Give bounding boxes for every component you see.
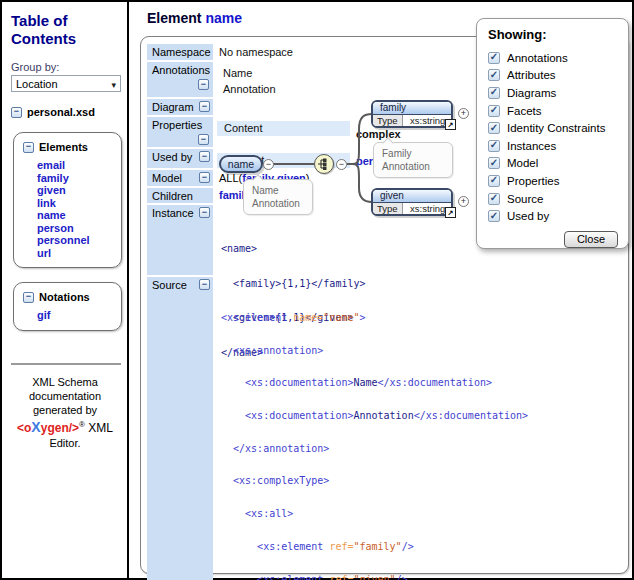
group-by-selected-value: Location (16, 78, 58, 90)
source-code-line: <xs:element ref="family"/> (221, 542, 528, 553)
toc-link-link[interactable]: link (37, 197, 117, 210)
showing-panel: Showing: Annotations Attributes Diagrams… (476, 18, 629, 249)
navigate-icon-given[interactable] (445, 207, 456, 218)
expand-icon-family[interactable] (458, 108, 469, 119)
page-title-element-name: name (205, 10, 242, 26)
checkbox-used-by[interactable]: Used by (488, 207, 619, 225)
toc-link-given[interactable]: given (37, 184, 117, 197)
type-key-label: Type (373, 203, 403, 215)
generator-credit: XML Schema documentation generated by <o… (11, 375, 119, 450)
collapse-toggle-model[interactable] (199, 172, 210, 183)
credit-line1: XML Schema (11, 375, 119, 389)
name-annotation-callout: Name Annotation (243, 179, 313, 215)
toc-link-gif[interactable]: gif (37, 309, 117, 322)
source-code-block: <xs:element name="name"> <xs:annotation>… (213, 277, 528, 580)
element-box-given-name: given (373, 190, 451, 203)
annotation-value-1: Name (223, 65, 276, 81)
collapse-toggle-annotations[interactable] (198, 79, 209, 90)
used-by-label-cell: Used by (147, 149, 213, 168)
notations-box: Notations gif (13, 282, 122, 331)
model-label: Model (152, 172, 182, 184)
collapse-toggle-elements[interactable] (23, 142, 34, 153)
used-by-label: Used by (152, 151, 192, 163)
row-source: Source <xs:element name="name"> <xs:anno… (147, 277, 622, 580)
instance-label: Instance (152, 207, 194, 219)
chevron-down-icon (111, 78, 116, 90)
element-box-family-type-row: Type xs:string (373, 115, 451, 127)
element-pill-name[interactable]: name (219, 155, 263, 173)
collapse-toggle-used-by[interactable] (199, 151, 210, 162)
oxygen-logo: <oXygen/>® XML (11, 417, 119, 436)
source-code-line: <xs:all> (221, 509, 528, 520)
page-title-prefix: Element (147, 10, 201, 26)
collapse-toggle-notations[interactable] (23, 292, 34, 303)
toc-link-person[interactable]: person (37, 222, 117, 235)
showing-checkbox-list: Annotations Attributes Diagrams Facets I… (488, 49, 619, 225)
collapse-toggle-diagram[interactable] (199, 101, 210, 112)
checked-checkbox-icon[interactable] (488, 105, 500, 117)
checkbox-identity-constraints[interactable]: Identity Constraints (488, 119, 619, 137)
checked-checkbox-icon[interactable] (488, 87, 500, 99)
sidebar-divider (11, 363, 121, 365)
checked-checkbox-icon[interactable] (488, 157, 500, 169)
checked-checkbox-icon[interactable] (488, 52, 500, 64)
elements-link-list: email family given link name person pers… (37, 159, 117, 259)
instance-code-line: <name> (221, 243, 366, 255)
toc-link-email[interactable]: email (37, 159, 117, 172)
checkbox-source[interactable]: Source (488, 190, 619, 208)
source-code-line: <xs:complexType> (221, 476, 528, 487)
elements-header-label: Elements (39, 141, 88, 153)
toc-link-family[interactable]: family (37, 172, 117, 185)
expand-icon-given[interactable] (458, 196, 469, 207)
annotations-label: Annotations (152, 64, 210, 76)
collapse-toggle-instance[interactable] (199, 207, 210, 218)
collapse-icon-all-group[interactable] (336, 159, 347, 170)
element-box-family[interactable]: family Type xs:string (371, 100, 453, 128)
checkbox-model[interactable]: Model (488, 155, 619, 173)
checked-checkbox-icon[interactable] (488, 122, 500, 134)
collapse-toggle-personal-xsd[interactable] (11, 107, 22, 118)
credit-last-line: Editor. (11, 436, 119, 450)
source-code-line: </xs:annotation> (221, 444, 528, 455)
toc-title: Table of Contents (11, 12, 127, 48)
checked-checkbox-icon[interactable] (488, 69, 500, 81)
collapse-toggle-properties[interactable] (198, 134, 209, 145)
source-code-line: <xs:annotation> (221, 346, 528, 357)
navigate-icon-family[interactable] (445, 119, 456, 130)
toc-link-name[interactable]: name (37, 209, 117, 222)
checkbox-diagrams[interactable]: Diagrams (488, 84, 619, 102)
family-annotation-callout: Family Annotation (373, 142, 453, 178)
toc-link-personnel[interactable]: personnel (37, 234, 117, 247)
toc-title-line1: Table of (11, 12, 127, 30)
family-type-value: xs:string (403, 115, 445, 127)
checkbox-facets[interactable]: Facets (488, 102, 619, 120)
notations-header-label: Notations (39, 291, 90, 303)
element-box-given-type-row: Type xs:string (373, 203, 451, 215)
properties-label: Properties (152, 119, 210, 131)
type-key-label: Type (373, 115, 403, 127)
schema-tree-root: personal.xsd (11, 106, 127, 118)
checkbox-instances[interactable]: Instances (488, 137, 619, 155)
checked-checkbox-icon[interactable] (488, 140, 500, 152)
close-button[interactable]: Close (564, 231, 618, 248)
source-code-line: <xs:documentation>Name</xs:documentation… (221, 378, 528, 389)
checkbox-properties[interactable]: Properties (488, 172, 619, 190)
checkbox-annotations[interactable]: Annotations (488, 49, 619, 67)
schema-documentation-page: Table of Contents Group by: Location per… (0, 0, 634, 580)
checkbox-attributes[interactable]: Attributes (488, 67, 619, 85)
collapse-toggle-source[interactable] (199, 279, 210, 290)
element-box-given[interactable]: given Type xs:string (371, 188, 453, 216)
diagram-label-cell: Diagram (147, 99, 213, 115)
collapse-icon-name[interactable] (263, 159, 274, 170)
checked-checkbox-icon[interactable] (488, 175, 500, 187)
toc-link-url[interactable]: url (37, 247, 117, 260)
notations-link-list: gif (37, 309, 117, 322)
annotation-value-2: Annotation (223, 81, 276, 97)
elements-box: Elements email family given link name pe… (13, 132, 122, 268)
namespace-value: No namespace (213, 44, 293, 60)
table-of-contents-sidebar: Table of Contents Group by: Location per… (2, 2, 129, 578)
group-by-select[interactable]: Location (11, 75, 121, 92)
properties-label-cell: Properties (147, 117, 213, 147)
checked-checkbox-icon[interactable] (488, 210, 500, 222)
checked-checkbox-icon[interactable] (488, 193, 500, 205)
